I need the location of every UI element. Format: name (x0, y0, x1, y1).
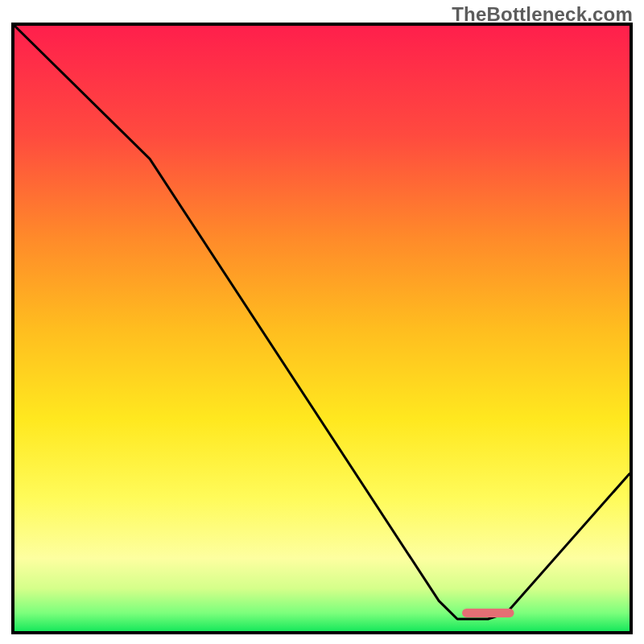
plot-area (14, 26, 630, 631)
chart-svg (14, 26, 630, 631)
chart-frame (11, 23, 633, 634)
